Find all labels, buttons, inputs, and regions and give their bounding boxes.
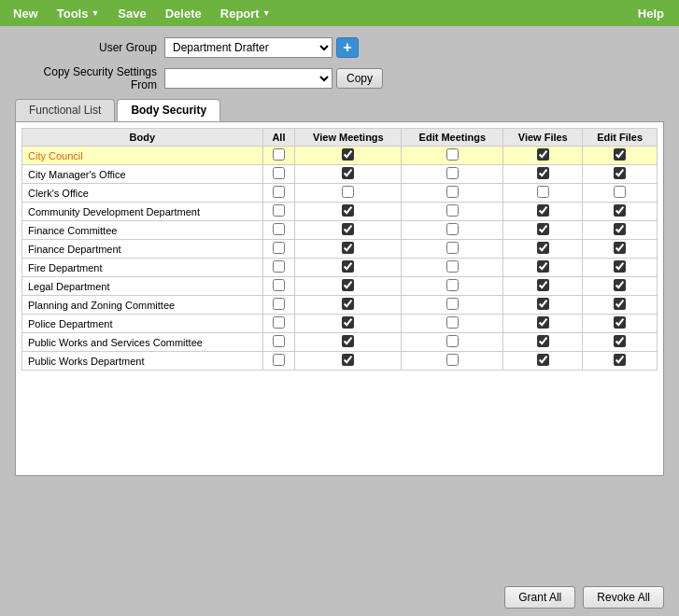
view-meetings-cell[interactable]: [295, 184, 402, 203]
edit-files-cell[interactable]: [583, 165, 658, 184]
view-meetings-cell[interactable]: [295, 240, 402, 259]
edit-files-checkbox[interactable]: [614, 242, 626, 254]
menu-save[interactable]: Save: [108, 3, 155, 24]
edit-files-checkbox[interactable]: [614, 186, 626, 198]
all-cell[interactable]: [262, 259, 295, 277]
edit-files-checkbox[interactable]: [614, 223, 626, 235]
menu-tools[interactable]: Tools ▼: [48, 3, 109, 24]
edit-meetings-cell[interactable]: [402, 203, 503, 221]
menu-report[interactable]: Report ▼: [211, 3, 280, 24]
edit-files-checkbox[interactable]: [614, 167, 626, 179]
edit-meetings-checkbox[interactable]: [446, 335, 459, 347]
view-files-cell[interactable]: [503, 277, 583, 296]
copy-button[interactable]: Copy: [336, 68, 383, 89]
menu-help[interactable]: Help: [627, 3, 675, 24]
view-files-checkbox[interactable]: [537, 223, 549, 235]
view-files-cell[interactable]: [503, 333, 583, 352]
view-files-checkbox[interactable]: [537, 148, 549, 161]
edit-meetings-cell[interactable]: [402, 184, 503, 203]
view-meetings-checkbox[interactable]: [342, 242, 354, 254]
all-cell[interactable]: [262, 296, 295, 315]
view-meetings-cell[interactable]: [295, 315, 402, 333]
view-files-cell[interactable]: [503, 259, 583, 277]
all-cell[interactable]: [262, 333, 295, 352]
edit-meetings-cell[interactable]: [402, 352, 503, 371]
all-cell[interactable]: [262, 221, 295, 240]
view-meetings-cell[interactable]: [295, 259, 402, 277]
all-checkbox[interactable]: [273, 354, 285, 366]
view-files-checkbox[interactable]: [537, 204, 549, 217]
grant-all-button[interactable]: Grant All: [504, 586, 575, 609]
all-checkbox[interactable]: [273, 298, 285, 310]
view-files-cell[interactable]: [503, 221, 583, 240]
all-cell[interactable]: [262, 203, 295, 221]
copy-from-select[interactable]: [164, 68, 332, 89]
view-files-checkbox[interactable]: [537, 242, 549, 254]
edit-files-cell[interactable]: [583, 184, 658, 203]
edit-files-checkbox[interactable]: [614, 354, 626, 366]
view-meetings-cell[interactable]: [295, 296, 402, 315]
edit-meetings-checkbox[interactable]: [446, 242, 459, 254]
view-meetings-checkbox[interactable]: [342, 223, 354, 235]
edit-meetings-checkbox[interactable]: [446, 316, 459, 329]
edit-files-cell[interactable]: [583, 277, 658, 296]
all-checkbox[interactable]: [273, 242, 285, 254]
view-files-cell[interactable]: [503, 165, 583, 184]
edit-files-cell[interactable]: [583, 352, 658, 371]
all-checkbox[interactable]: [273, 223, 285, 235]
edit-files-cell[interactable]: [583, 259, 658, 277]
view-meetings-checkbox[interactable]: [342, 186, 354, 198]
edit-meetings-cell[interactable]: [402, 259, 503, 277]
edit-files-checkbox[interactable]: [614, 335, 626, 347]
view-meetings-checkbox[interactable]: [342, 260, 354, 273]
edit-meetings-checkbox[interactable]: [446, 298, 459, 310]
view-files-checkbox[interactable]: [537, 279, 549, 291]
view-files-checkbox[interactable]: [537, 354, 549, 366]
all-cell[interactable]: [262, 147, 295, 165]
view-files-checkbox[interactable]: [537, 186, 549, 198]
all-checkbox[interactable]: [273, 260, 285, 273]
view-files-checkbox[interactable]: [537, 316, 549, 329]
edit-meetings-checkbox[interactable]: [446, 223, 459, 235]
all-checkbox[interactable]: [273, 316, 285, 329]
edit-meetings-cell[interactable]: [402, 240, 503, 259]
view-files-cell[interactable]: [503, 240, 583, 259]
view-files-cell[interactable]: [503, 315, 583, 333]
view-files-cell[interactable]: [503, 296, 583, 315]
view-meetings-checkbox[interactable]: [342, 316, 354, 329]
edit-meetings-cell[interactable]: [402, 165, 503, 184]
view-meetings-cell[interactable]: [295, 333, 402, 352]
view-meetings-cell[interactable]: [295, 203, 402, 221]
edit-files-cell[interactable]: [583, 221, 658, 240]
edit-files-cell[interactable]: [583, 315, 658, 333]
edit-meetings-cell[interactable]: [402, 147, 503, 165]
view-files-checkbox[interactable]: [537, 260, 549, 273]
all-checkbox[interactable]: [273, 148, 285, 161]
edit-files-cell[interactable]: [583, 147, 658, 165]
all-cell[interactable]: [262, 352, 295, 371]
tab-functional-list[interactable]: Functional List: [15, 99, 115, 121]
edit-meetings-cell[interactable]: [402, 315, 503, 333]
user-group-select[interactable]: Department Drafter: [164, 37, 332, 58]
all-checkbox[interactable]: [273, 335, 285, 347]
edit-meetings-cell[interactable]: [402, 296, 503, 315]
all-cell[interactable]: [262, 240, 295, 259]
edit-files-checkbox[interactable]: [614, 316, 626, 329]
view-meetings-cell[interactable]: [295, 147, 402, 165]
edit-files-cell[interactable]: [583, 203, 658, 221]
view-meetings-checkbox[interactable]: [342, 167, 354, 179]
all-checkbox[interactable]: [273, 167, 285, 179]
view-files-cell[interactable]: [503, 203, 583, 221]
all-cell[interactable]: [262, 165, 295, 184]
view-meetings-cell[interactable]: [295, 352, 402, 371]
view-meetings-cell[interactable]: [295, 165, 402, 184]
edit-meetings-checkbox[interactable]: [446, 167, 459, 179]
edit-files-checkbox[interactable]: [614, 148, 626, 161]
view-meetings-checkbox[interactable]: [342, 204, 354, 217]
edit-meetings-cell[interactable]: [402, 221, 503, 240]
view-meetings-checkbox[interactable]: [342, 298, 354, 310]
edit-files-checkbox[interactable]: [614, 298, 626, 310]
tab-body-security[interactable]: Body Security: [117, 99, 220, 121]
edit-meetings-checkbox[interactable]: [446, 354, 459, 366]
menu-new[interactable]: New: [4, 3, 48, 24]
